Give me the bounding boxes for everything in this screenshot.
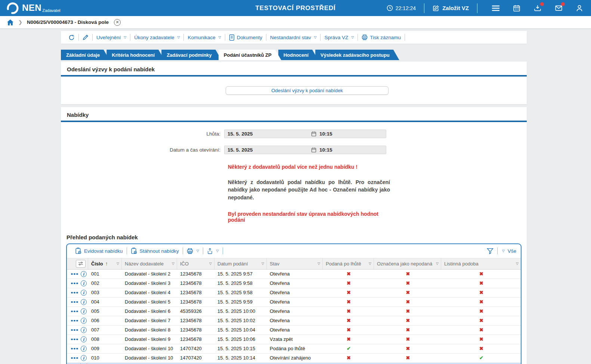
- print-table-button[interactable]: ▽: [183, 248, 203, 254]
- filter-caret-icon[interactable]: ▽: [516, 262, 519, 265]
- calendar-icon[interactable]: [311, 131, 316, 137]
- brand-name: NEN: [22, 3, 41, 12]
- tab-podani-ucastniku-zp[interactable]: Podání účastníků ZP: [219, 50, 281, 60]
- tab-vysledek[interactable]: Výsledek zadávacího postupu: [315, 50, 399, 60]
- filter-caret-icon[interactable]: ▽: [117, 262, 119, 265]
- column-header-po-lhute[interactable]: Podaná po lhůtě ▽: [323, 258, 374, 269]
- row-menu-icon[interactable]: [71, 329, 78, 331]
- odeslani-vyzvy-button[interactable]: Odeslání výzvy k podání nabídek: [226, 86, 389, 95]
- info-icon[interactable]: i: [81, 327, 87, 333]
- refresh-button[interactable]: [65, 34, 78, 41]
- tab-label: Hodnocení: [284, 52, 309, 58]
- column-header-nazev[interactable]: Název dodavatele ▽: [122, 258, 177, 269]
- cell-datum-podani: 15. 5. 2025 10:02: [214, 318, 267, 323]
- tab-kriteria-hodnoceni[interactable]: Kritéria hodnocení: [106, 50, 164, 60]
- column-header-datum[interactable]: Datum podání ▽: [214, 258, 267, 269]
- column-header-listinna[interactable]: Listinná podoba ▽: [441, 258, 521, 269]
- filter-all-dropdown[interactable]: ▽ Vše: [501, 248, 516, 254]
- table-row[interactable]: i 007 Dodavatel - školení 8 12345678 15.…: [67, 326, 521, 335]
- home-icon[interactable]: [7, 19, 14, 26]
- cell-stav: Otevřena: [267, 271, 323, 277]
- breadcrumb-item[interactable]: N006/25/V00004673 - Disková pole: [27, 19, 109, 25]
- otevirani-input[interactable]: 15. 5. 2025 10:15: [224, 146, 386, 154]
- filter-caret-icon[interactable]: ▽: [209, 262, 212, 265]
- table-row[interactable]: i 004 Dodavatel - školení 5 12345678 15.…: [67, 298, 521, 307]
- filter-caret-icon[interactable]: ▽: [436, 262, 439, 265]
- row-menu-icon[interactable]: [71, 311, 78, 312]
- table-row[interactable]: i 005 Dodavatel - školení 6 45359326 15.…: [67, 307, 521, 316]
- time-value: 10:15: [319, 147, 383, 153]
- filter-icon[interactable]: [487, 248, 493, 254]
- nen-logo[interactable]: NEN Zadavatel: [7, 2, 60, 14]
- table-row[interactable]: i 002 Dodavatel - školení 3 12345678 15.…: [67, 279, 521, 288]
- edit-button[interactable]: [79, 34, 92, 40]
- menu-nestandardni-stav[interactable]: Nestandardní stav▽: [266, 35, 320, 40]
- table-row[interactable]: i 010 Dodavatel - školení 10 14707420 15…: [67, 354, 521, 363]
- column-header-cislo[interactable]: Číslo ↑ ▽: [88, 258, 122, 269]
- filter-caret-icon[interactable]: ▽: [262, 262, 264, 265]
- section-nabidky: Nabídky Lhůta: 15. 5. 2025 10:15 Datum a…: [61, 107, 527, 364]
- table-row[interactable]: i 009 Dodavatel - školení 10 14707420 15…: [67, 344, 521, 354]
- user-button[interactable]: [575, 3, 584, 13]
- table-row[interactable]: i 008 Dodavatel - školení 9 12345678 15.…: [67, 335, 521, 344]
- tab-hodnoceni[interactable]: Hodnocení: [278, 50, 318, 60]
- cell-cislo: 007: [88, 327, 122, 333]
- info-icon[interactable]: i: [81, 318, 87, 324]
- column-header-stav[interactable]: Stav ▽: [267, 258, 323, 269]
- info-icon[interactable]: i: [81, 308, 87, 314]
- calendar-icon[interactable]: [311, 147, 316, 153]
- field-label: Datum a čas otevírání:: [61, 147, 224, 153]
- row-menu-icon[interactable]: [71, 273, 78, 275]
- info-icon[interactable]: i: [81, 280, 87, 286]
- menu-ukony-zadavatele[interactable]: Úkony zadavatele▽: [130, 35, 183, 40]
- lhuta-input[interactable]: 15. 5. 2025 10:15: [224, 130, 386, 138]
- row-menu-icon[interactable]: [71, 320, 78, 322]
- toolbar-divider: [405, 34, 405, 41]
- row-menu-icon[interactable]: [71, 357, 78, 359]
- create-vz-button[interactable]: Založit VZ: [433, 5, 469, 12]
- info-icon[interactable]: i: [81, 355, 87, 361]
- calendar-button[interactable]: [512, 3, 522, 13]
- menu-tisk-zaznamu[interactable]: Tisk záznamu: [358, 34, 405, 40]
- messages-badge: [561, 2, 565, 6]
- column-header-nepodana[interactable]: Označena jako nepodaná ▽: [374, 258, 441, 269]
- info-icon[interactable]: i: [81, 290, 87, 296]
- cell-cislo: 006: [88, 318, 122, 323]
- row-menu-icon[interactable]: [71, 292, 78, 294]
- table-row[interactable]: i 006 Dodavatel - školení 7 12345678 15.…: [67, 316, 521, 326]
- row-menu-icon[interactable]: [71, 301, 78, 303]
- info-icon[interactable]: i: [81, 271, 87, 277]
- column-settings-button[interactable]: [76, 260, 86, 268]
- menu-sprava-vz[interactable]: Správa VZ▽: [321, 35, 358, 40]
- evidovat-nabidku-button[interactable]: Evidovat nabídku: [71, 248, 127, 254]
- tab-zadavaci-podminky[interactable]: Zadávací podmínky: [161, 50, 222, 60]
- filter-caret-icon[interactable]: ▽: [369, 262, 371, 265]
- info-icon[interactable]: i: [81, 299, 87, 305]
- cell-datum-podani: 15. 5. 2025 9:58: [214, 290, 267, 295]
- menu-dokumenty[interactable]: Dokumenty: [225, 34, 266, 41]
- row-menu-icon[interactable]: [71, 283, 78, 284]
- filter-caret-icon[interactable]: ▽: [172, 262, 174, 265]
- menu-button[interactable]: [491, 3, 501, 13]
- info-icon[interactable]: i: [81, 336, 87, 342]
- tab-zakladni-udaje[interactable]: Základní údaje: [61, 50, 109, 60]
- topbar: NEN Zadavatel TESTOVACÍ PROSTŘEDÍ 22:12:…: [0, 0, 591, 16]
- menu-uverejneni[interactable]: Uveřejnění▽: [93, 35, 130, 40]
- info-icon[interactable]: i: [81, 346, 87, 352]
- cell-podana-po-lhute: ✖: [323, 336, 374, 342]
- table-row[interactable]: i 001 Dodavatel - školení 2 12345678 15.…: [67, 270, 521, 279]
- cell-listinna-podoba: ✖: [441, 299, 521, 305]
- menu-komunikace[interactable]: Komunikace▽: [184, 35, 225, 40]
- column-header-ico[interactable]: IČO ▽: [177, 258, 214, 269]
- table-row[interactable]: i 003 Dodavatel - školení 4 12345678 15.…: [67, 288, 521, 298]
- messages-button[interactable]: [554, 3, 563, 13]
- row-menu-icon[interactable]: [71, 348, 78, 350]
- section-title: Odeslání výzvy k podání nabídek: [61, 62, 527, 75]
- close-tab-icon[interactable]: ✕: [114, 19, 121, 26]
- row-menu-icon[interactable]: [71, 339, 78, 340]
- cell-datum-podani: 15. 5. 2025 10:15: [214, 346, 267, 351]
- stahnout-nabidky-button[interactable]: Stáhnout nabídky: [127, 248, 183, 254]
- inbox-button[interactable]: [533, 3, 542, 13]
- export-table-button[interactable]: ▽: [203, 248, 223, 254]
- filter-caret-icon[interactable]: ▽: [318, 262, 320, 265]
